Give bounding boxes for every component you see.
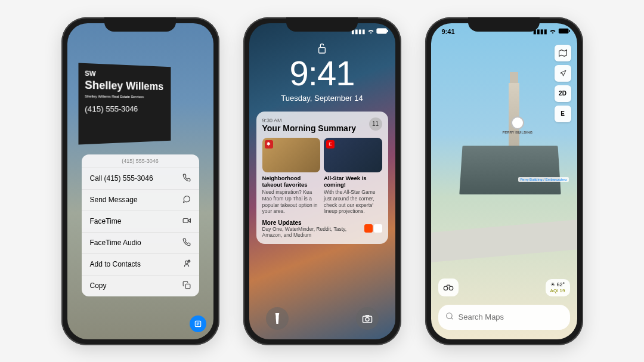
sign-subtitle: Shelley Willems Real Estate Services: [85, 94, 166, 98]
status-bar: ▮▮▮▮: [351, 28, 388, 35]
morning-summary[interactable]: 9:30 AM Your Morning Summary 11 ✱ Neighb…: [256, 112, 388, 244]
svg-marker-19: [560, 70, 566, 76]
weather-widget[interactable]: ☀ 62° AQI 19: [546, 279, 570, 296]
svg-rect-17: [569, 30, 570, 32]
sun-icon: ☀: [550, 281, 555, 288]
svg-point-15: [366, 317, 369, 321]
svg-rect-13: [319, 47, 326, 52]
notch: [468, 17, 540, 32]
svg-marker-18: [559, 49, 566, 56]
yelp-icon: ✱: [265, 140, 273, 148]
svg-point-20: [444, 286, 447, 290]
menu-item-facetime-audio[interactable]: FaceTime Audio: [82, 233, 199, 254]
poi-marker[interactable]: FERRY BUILDING: [503, 116, 533, 134]
menu-label: Add to Contacts: [90, 260, 141, 268]
more-icons: [364, 224, 382, 233]
card-title: All-Star Week is coming!: [324, 175, 382, 188]
summary-card[interactable]: ✱ Neighborhood takeout favorites Need in…: [262, 138, 321, 215]
svg-line-23: [451, 318, 453, 320]
sign-name: Shelley Willems: [85, 79, 166, 92]
battery-icon: [558, 28, 570, 35]
battery-icon: [376, 28, 388, 35]
poi-pin-icon: [511, 116, 524, 129]
svg-rect-0: [183, 218, 188, 222]
espn-icon: E: [326, 140, 335, 148]
compass-button[interactable]: E: [555, 106, 571, 122]
menu-label: FaceTime Audio: [90, 239, 141, 247]
summary-card[interactable]: E All-Star Week is coming! With the All-…: [324, 138, 382, 215]
menu-item-message[interactable]: Send Message: [82, 190, 199, 211]
notch: [286, 17, 358, 32]
phone-icon: [182, 174, 191, 184]
realestate-sign: SW Shelley Willems Shelley Willems Real …: [78, 63, 171, 144]
camera-screen: SW Shelley Willems Shelley Willems Real …: [67, 23, 213, 339]
status-time: 9:41: [442, 28, 455, 35]
svg-rect-16: [558, 28, 568, 33]
search-input[interactable]: [459, 313, 559, 321]
context-menu: (415) 555-3046 Call (415) 555-3046 Send …: [82, 154, 199, 296]
sign-phone: (415) 555-3046: [85, 104, 166, 113]
card-image: E: [324, 138, 382, 172]
live-text-button[interactable]: [190, 315, 206, 332]
menu-label: Call (415) 555-3046: [90, 174, 153, 182]
svg-point-2: [185, 261, 188, 264]
camera-button[interactable]: [356, 307, 379, 330]
summary-title: Your Morning Summary: [262, 123, 357, 133]
locate-button[interactable]: [555, 65, 571, 82]
svg-point-21: [449, 286, 453, 290]
aqi: AQI 19: [550, 288, 565, 294]
lookaround-button[interactable]: [438, 279, 459, 296]
ferry-building: [459, 146, 561, 194]
more-title: More Updates: [262, 219, 364, 226]
lock-screen: ▮▮▮▮ 9:41 Tuesday, September 14 9:30 AM …: [249, 23, 395, 339]
app-icon: [374, 224, 382, 233]
more-updates[interactable]: More Updates Day One, WaterMinder, Reddi…: [262, 219, 382, 238]
sign-initials: SW: [85, 69, 166, 79]
wifi-icon: [367, 28, 374, 35]
road: [431, 218, 577, 263]
contact-add-icon: [182, 259, 191, 270]
svg-marker-1: [188, 219, 190, 222]
menu-item-add-contact[interactable]: Add to Contacts: [82, 254, 199, 276]
menu-header: (415) 555-3046: [82, 154, 199, 168]
menu-label: FaceTime: [90, 217, 122, 225]
lock-time: 9:41: [249, 53, 395, 93]
svg-rect-11: [376, 28, 386, 33]
search-icon: [445, 312, 454, 322]
card-body: Need inspiration? Kea Mao from Up Thai i…: [262, 189, 321, 215]
phone-lockscreen: ▮▮▮▮ 9:41 Tuesday, September 14 9:30 AM …: [243, 17, 401, 345]
map-controls: 2D E: [555, 45, 571, 122]
lock-date: Tuesday, September 14: [249, 94, 395, 103]
menu-item-call[interactable]: Call (415) 555-3046: [82, 168, 199, 190]
search-bar[interactable]: [438, 305, 570, 330]
wifi-icon: [549, 28, 556, 35]
map-mode-button[interactable]: [555, 45, 571, 61]
transit-label: Ferry Building / Embarcadero: [518, 177, 568, 182]
svg-point-22: [446, 313, 451, 318]
menu-label: Copy: [90, 281, 107, 290]
card-title: Neighborhood takeout favorites: [262, 175, 321, 188]
notch: [104, 17, 176, 32]
menu-label: Send Message: [90, 196, 138, 204]
phone-maps: 9:41 ▮▮▮▮ 2D E FERRY BU: [425, 17, 583, 345]
menu-item-facetime[interactable]: FaceTime: [82, 211, 199, 233]
video-icon: [182, 216, 191, 227]
message-icon: [182, 195, 191, 205]
flashlight-button[interactable]: [266, 307, 289, 330]
maps-screen[interactable]: 9:41 ▮▮▮▮ 2D E FERRY BU: [431, 23, 577, 339]
poi-label: FERRY BUILDING: [503, 131, 533, 134]
temperature: 62°: [557, 281, 565, 288]
menu-item-copy[interactable]: Copy: [82, 276, 199, 296]
phone-camera-livetext: SW Shelley Willems Shelley Willems Real …: [61, 17, 219, 345]
view-2d-button[interactable]: 2D: [555, 85, 571, 102]
copy-icon: [182, 281, 191, 291]
card-image: ✱: [262, 138, 321, 172]
svg-rect-12: [387, 30, 388, 32]
more-body: Day One, WaterMinder, Reddit, Tasty, Ama…: [262, 226, 364, 238]
reddit-icon: [364, 224, 373, 233]
svg-rect-6: [185, 284, 190, 289]
summary-count: 11: [369, 117, 382, 131]
card-body: With the All-Star Game just around the c…: [324, 189, 382, 215]
summary-timestamp: 9:30 AM: [262, 117, 357, 123]
phone-icon: [182, 238, 191, 248]
